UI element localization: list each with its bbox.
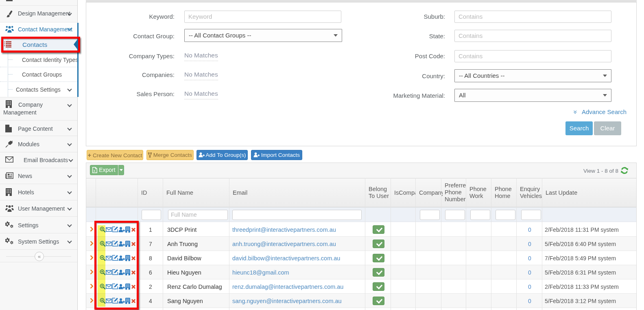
svg-text:x: x — [94, 169, 96, 173]
